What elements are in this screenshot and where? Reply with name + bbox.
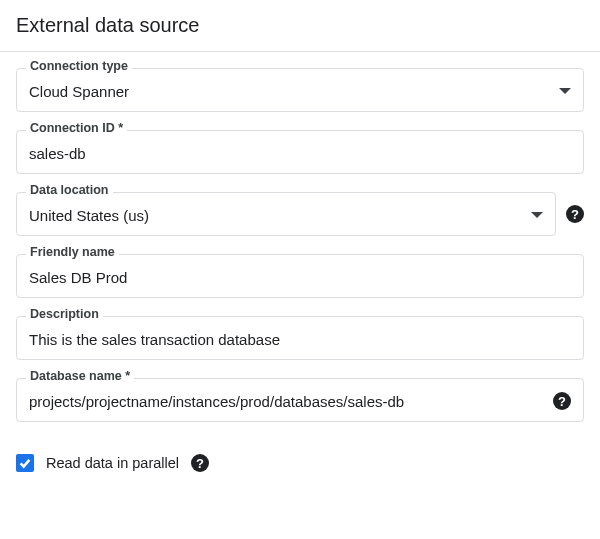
read-parallel-checkbox[interactable] xyxy=(16,454,34,472)
page-header: External data source xyxy=(0,0,600,52)
data-location-label: Data location xyxy=(26,184,113,197)
description-label: Description xyxy=(26,308,103,321)
connection-id-input[interactable] xyxy=(29,145,571,162)
friendly-name-input[interactable] xyxy=(29,269,571,286)
data-location-value: United States (us) xyxy=(29,207,523,224)
connection-type-label: Connection type xyxy=(26,60,132,73)
chevron-down-icon xyxy=(559,88,571,94)
help-icon[interactable]: ? xyxy=(191,454,209,472)
connection-id-label: Connection ID * xyxy=(26,122,127,135)
read-parallel-label: Read data in parallel xyxy=(46,455,179,471)
chevron-down-icon xyxy=(531,212,543,218)
check-icon xyxy=(18,456,32,470)
page-title: External data source xyxy=(16,14,584,37)
connection-type-select[interactable]: Cloud Spanner xyxy=(16,68,584,112)
help-icon[interactable]: ? xyxy=(566,205,584,223)
database-name-input[interactable] xyxy=(29,393,545,410)
form: Connection type Cloud Spanner Connection… xyxy=(0,52,600,448)
connection-type-value: Cloud Spanner xyxy=(29,83,551,100)
database-name-label: Database name * xyxy=(26,370,134,383)
friendly-name-label: Friendly name xyxy=(26,246,119,259)
data-location-select[interactable]: United States (us) xyxy=(16,192,556,236)
description-input[interactable] xyxy=(29,331,571,348)
help-icon[interactable]: ? xyxy=(553,392,571,410)
